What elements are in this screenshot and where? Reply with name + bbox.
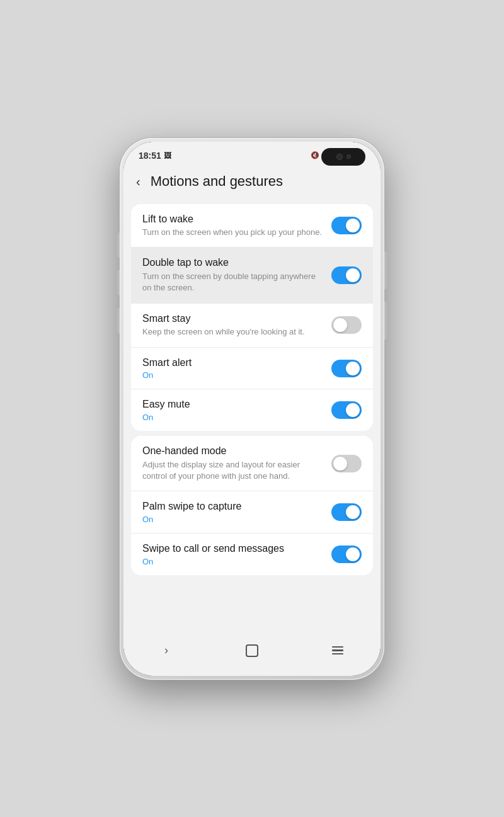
toggle-smart-alert[interactable]	[331, 360, 362, 377]
phone-device: 18:51 🖼 🔇 📶 LTE↑ 25% ‹	[120, 138, 384, 680]
item-status-palm-swipe-to-capture: On	[142, 515, 324, 524]
nav-recent-icon	[332, 646, 343, 655]
bottom-spacer	[123, 580, 381, 605]
item-title-one-handed-mode: One-handed mode	[142, 445, 324, 458]
item-text-smart-stay: Smart stayKeep the screen on while you'r…	[142, 312, 331, 338]
camera-lens-small	[346, 154, 351, 159]
item-title-palm-swipe-to-capture: Palm swipe to capture	[142, 500, 324, 513]
item-subtitle-one-handed-mode: Adjust the display size and layout for e…	[142, 459, 324, 482]
toggle-knob-easy-mute	[346, 403, 360, 417]
settings-item-one-handed-mode[interactable]: One-handed modeAdjust the display size a…	[131, 436, 373, 491]
screen: 18:51 🖼 🔇 📶 LTE↑ 25% ‹	[123, 142, 381, 676]
settings-item-smart-stay[interactable]: Smart stayKeep the screen on while you'r…	[131, 304, 373, 348]
settings-item-lift-to-wake[interactable]: Lift to wakeTurn on the screen when you …	[131, 204, 373, 248]
toggle-lift-to-wake[interactable]	[331, 217, 362, 234]
back-button[interactable]: ‹	[131, 172, 146, 191]
settings-item-swipe-to-call[interactable]: Swipe to call or send messagesOn	[131, 534, 373, 575]
settings-item-palm-swipe-to-capture[interactable]: Palm swipe to captureOn	[131, 491, 373, 534]
item-title-swipe-to-call: Swipe to call or send messages	[142, 542, 324, 556]
nav-home-icon	[246, 644, 258, 657]
settings-group-0: Lift to wakeTurn on the screen when you …	[131, 204, 373, 431]
page-content: ‹ Motions and gestures Lift to wakeTurn …	[123, 164, 381, 632]
phone-screen-frame: 18:51 🖼 🔇 📶 LTE↑ 25% ‹	[123, 142, 381, 676]
item-title-smart-alert: Smart alert	[142, 357, 324, 370]
nav-home-button[interactable]	[239, 638, 265, 663]
toggle-easy-mute[interactable]	[331, 401, 362, 419]
item-subtitle-lift-to-wake: Turn on the screen when you pick up your…	[142, 227, 324, 238]
settings-item-double-tap-to-wake[interactable]: Double tap to wakeTurn on the screen by …	[131, 248, 373, 303]
item-text-swipe-to-call: Swipe to call or send messagesOn	[142, 542, 331, 566]
item-subtitle-smart-stay: Keep the screen on while you're looking …	[142, 326, 324, 338]
recent-bar-1	[332, 646, 343, 648]
page-title: Motions and gestures	[151, 173, 283, 190]
item-title-easy-mute: Easy mute	[142, 398, 324, 411]
settings-item-easy-mute[interactable]: Easy muteOn	[131, 389, 373, 431]
toggle-double-tap-to-wake[interactable]	[331, 266, 362, 284]
gallery-icon: 🖼	[164, 151, 171, 160]
item-title-smart-stay: Smart stay	[142, 312, 324, 326]
toggle-knob-swipe-to-call	[346, 547, 360, 561]
item-title-double-tap-to-wake: Double tap to wake	[142, 256, 324, 270]
camera-lens	[336, 154, 343, 160]
top-nav: ‹ Motions and gestures	[123, 164, 381, 199]
recent-bar-3	[332, 653, 343, 655]
status-time: 18:51 🖼	[139, 151, 171, 161]
bottom-nav-bar: ‹	[123, 632, 381, 676]
toggle-swipe-to-call[interactable]	[331, 546, 362, 563]
item-status-easy-mute: On	[142, 413, 324, 422]
nav-back-button[interactable]: ‹	[154, 638, 179, 663]
settings-container: Lift to wakeTurn on the screen when you …	[123, 204, 381, 576]
item-status-smart-alert: On	[142, 370, 324, 380]
toggle-knob-smart-stay	[333, 318, 347, 332]
toggle-one-handed-mode[interactable]	[331, 455, 362, 472]
mute-icon: 🔇	[311, 151, 319, 159]
recent-bar-2	[332, 649, 343, 651]
item-text-lift-to-wake: Lift to wakeTurn on the screen when you …	[142, 213, 331, 239]
item-subtitle-double-tap-to-wake: Turn on the screen by double tapping any…	[142, 271, 324, 294]
camera-notch	[321, 148, 365, 166]
time-text: 18:51	[139, 151, 161, 161]
nav-recent-button[interactable]	[325, 638, 350, 663]
toggle-knob-palm-swipe-to-capture	[346, 505, 360, 519]
settings-group-1: One-handed modeAdjust the display size a…	[131, 436, 373, 575]
toggle-knob-lift-to-wake	[346, 219, 360, 232]
toggle-knob-double-tap-to-wake	[346, 268, 360, 282]
nav-back-icon: ‹	[164, 644, 168, 657]
item-title-lift-to-wake: Lift to wake	[142, 213, 324, 226]
toggle-knob-smart-alert	[346, 362, 360, 375]
toggle-smart-stay[interactable]	[331, 316, 362, 334]
toggle-knob-one-handed-mode	[333, 457, 347, 471]
toggle-palm-swipe-to-capture[interactable]	[331, 503, 362, 521]
item-status-swipe-to-call: On	[142, 557, 324, 566]
settings-item-smart-alert[interactable]: Smart alertOn	[131, 348, 373, 390]
item-text-double-tap-to-wake: Double tap to wakeTurn on the screen by …	[142, 256, 331, 294]
item-text-easy-mute: Easy muteOn	[142, 398, 331, 422]
item-text-smart-alert: Smart alertOn	[142, 357, 331, 380]
item-text-palm-swipe-to-capture: Palm swipe to captureOn	[142, 500, 331, 524]
item-text-one-handed-mode: One-handed modeAdjust the display size a…	[142, 445, 331, 482]
status-bar: 18:51 🖼 🔇 📶 LTE↑ 25%	[123, 142, 381, 164]
